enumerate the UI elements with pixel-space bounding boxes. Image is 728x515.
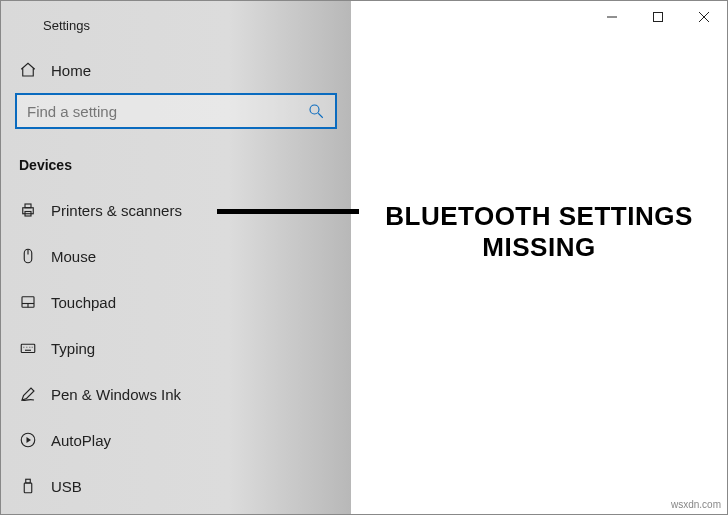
annotation-arrow [217, 209, 359, 214]
svg-rect-21 [654, 13, 663, 22]
svg-rect-10 [21, 344, 35, 352]
section-header-devices: Devices [1, 139, 351, 177]
mouse-icon [19, 247, 37, 265]
nav-label: Printers & scanners [51, 202, 182, 219]
app-title: Settings [43, 18, 90, 33]
svg-rect-19 [24, 483, 32, 493]
sidebar-item-typing[interactable]: Typing [1, 325, 351, 371]
main-content: BLUETOOTH SETTINGS MISSING [351, 1, 727, 514]
nav-label: Pen & Windows Ink [51, 386, 181, 403]
sidebar-item-usb[interactable]: USB [1, 463, 351, 509]
autoplay-icon [19, 431, 37, 449]
maximize-button[interactable] [635, 1, 681, 33]
sidebar-home[interactable]: Home [1, 43, 351, 93]
nav-label: Mouse [51, 248, 96, 265]
home-label: Home [51, 62, 91, 79]
home-icon [19, 61, 37, 79]
nav-label: AutoPlay [51, 432, 111, 449]
svg-marker-17 [27, 437, 32, 443]
annotation-line1: BLUETOOTH SETTINGS [359, 201, 719, 232]
keyboard-icon [19, 339, 37, 357]
search-box[interactable] [15, 93, 337, 129]
touchpad-icon [19, 293, 37, 311]
nav-label: Touchpad [51, 294, 116, 311]
nav-label: USB [51, 478, 82, 495]
sidebar-item-mouse[interactable]: Mouse [1, 233, 351, 279]
printer-icon [19, 201, 37, 219]
search-input[interactable] [27, 103, 307, 120]
watermark: wsxdn.com [671, 499, 721, 510]
settings-sidebar: Settings Home Devices Printers & scanner… [1, 1, 351, 514]
svg-rect-3 [25, 204, 31, 208]
search-icon [307, 102, 325, 120]
annotation-text: BLUETOOTH SETTINGS MISSING [359, 201, 719, 263]
usb-icon [19, 477, 37, 495]
sidebar-item-touchpad[interactable]: Touchpad [1, 279, 351, 325]
window-controls [589, 1, 727, 33]
minimize-button[interactable] [589, 1, 635, 33]
sidebar-titlebar: Settings [1, 7, 351, 43]
close-button[interactable] [681, 1, 727, 33]
svg-rect-2 [23, 208, 34, 214]
sidebar-item-autoplay[interactable]: AutoPlay [1, 417, 351, 463]
sidebar-item-pen[interactable]: Pen & Windows Ink [1, 371, 351, 417]
svg-line-1 [318, 113, 323, 118]
annotation-line2: MISSING [359, 232, 719, 263]
pen-icon [19, 385, 37, 403]
nav-label: Typing [51, 340, 95, 357]
nav-list: Printers & scanners Mouse Touchpad Typin… [1, 177, 351, 509]
svg-point-0 [310, 105, 319, 114]
